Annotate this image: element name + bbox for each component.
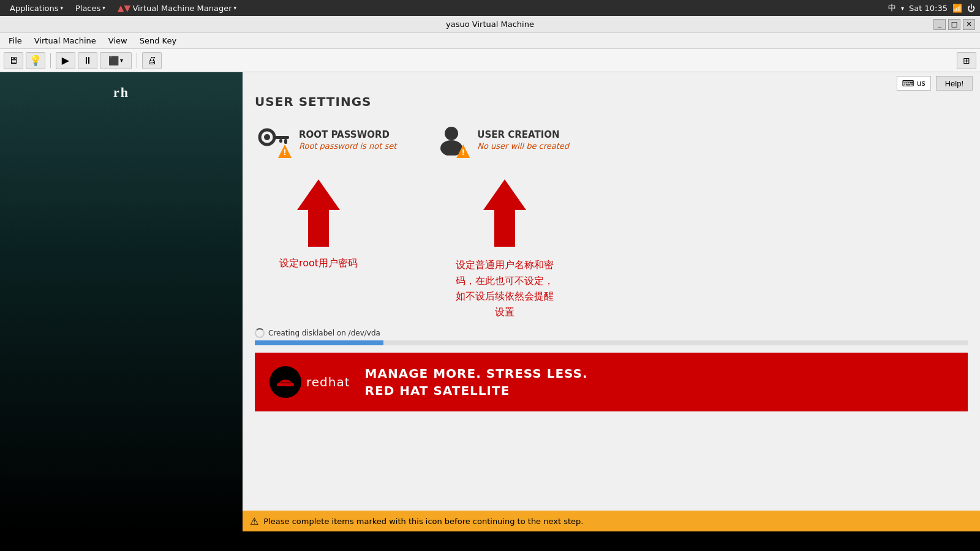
help-button[interactable]: Help! [936,76,973,91]
svg-rect-10 [277,383,294,386]
redhat-logo: redhat [270,366,350,398]
power-icon: ⏻ [967,4,975,13]
applications-menu[interactable]: Applications ▾ [5,2,68,14]
root-password-icon-container [255,121,292,158]
root-arrow [294,176,343,250]
progress-status: Creating disklabel on /dev/vda [255,328,968,338]
places-chevron: ▾ [102,5,105,11]
top-bar-left: Applications ▾ Places ▾ ▲▼ Virtual Machi… [5,2,241,14]
top-bar-right: 中 ▾ Sat 10:35 📶 ⏻ [888,2,975,13]
svg-rect-4 [279,139,282,143]
warning-icon: ⚠ [250,515,258,527]
redhat-hat-icon [273,370,298,394]
main-top-row: ⌨ us Help! [243,72,980,94]
vm-title-bar: yasuo Virtual Machine _ □ ✕ [0,16,980,33]
warning-bar: ⚠ Please complete items marked with this… [243,511,980,531]
progress-bar-fill [255,340,383,345]
vm-window: yasuo Virtual Machine _ □ ✕ File Virtual… [0,16,980,551]
svg-marker-8 [483,179,526,247]
progress-container: Creating disklabel on /dev/vda [255,326,968,348]
user-creation-icon-container [433,121,470,158]
root-password-title: ROOT PASSWORD [299,129,396,140]
lang-indicator: 中 [888,2,896,13]
reset-button[interactable]: ⬛ ▾ [100,52,132,69]
root-password-text: ROOT PASSWORD Root password is not set [299,129,396,151]
redhat-tagline-line1: MANAGE MORE. STRESS LESS. [365,365,588,382]
wifi-icon: 📶 [952,4,962,13]
pause-button[interactable]: ⏸ [78,52,97,69]
keyboard-lang-label: us [917,79,925,88]
monitor-button[interactable]: 🖥 [4,52,23,69]
close-button[interactable]: ✕ [963,19,975,30]
root-arrow-col: 设定root用户密码 [279,176,358,320]
chevron-lang: ▾ [901,5,904,12]
vm-toolbar: 🖥 💡 ▶ ⏸ ⬛ ▾ 🖨 ⊞ [0,49,980,72]
redhat-banner: redhat MANAGE MORE. STRESS LESS. RED HAT… [255,353,968,411]
root-password-subtitle: Root password is not set [299,141,396,151]
vm-content: rh ⌨ us Help! USER SETTINGS [0,72,980,531]
view-menu[interactable]: View [104,35,132,47]
root-arrow-label: 设定root用户密码 [279,257,358,270]
toolbar-separator-2 [137,53,137,68]
vm-main: ⌨ us Help! USER SETTINGS [243,72,980,531]
svg-point-1 [264,134,270,140]
reset-chevron: ▾ [120,57,123,64]
redhat-tagline: MANAGE MORE. STRESS LESS. RED HAT SATELL… [365,365,588,399]
main-scroll[interactable]: USER SETTINGS [243,94,980,511]
toolbar-separator-1 [50,53,51,68]
user-label-line2: 码，在此也可不设定， [456,275,554,287]
svg-rect-2 [273,136,289,139]
user-creation-subtitle: No user will be created [477,141,569,151]
warning-text: Please complete items marked with this i… [263,517,583,526]
keyboard-layout-selector[interactable]: ⌨ us [897,76,931,91]
vmm-chevron: ▾ [234,5,237,11]
fullscreen-button[interactable]: ⊞ [957,52,976,69]
file-menu[interactable]: File [4,35,27,47]
redhat-tagline-line2: RED HAT SATELLITE [365,382,588,399]
user-label-line1: 设定普通用户名称和密 [456,259,554,271]
user-creation-card[interactable]: USER CREATION No user will be created [433,121,569,158]
vm-title: yasuo Virtual Machine [446,20,534,29]
system-top-bar: Applications ▾ Places ▾ ▲▼ Virtual Machi… [0,0,980,16]
user-label-line3: 如不设后续依然会提醒 [456,290,554,302]
vm-window-controls: _ □ ✕ [933,19,975,30]
user-creation-text: USER CREATION No user will be created [477,129,569,151]
svg-marker-7 [297,179,340,247]
svg-point-5 [445,127,458,140]
user-label-line4: 设置 [495,306,514,318]
settings-cards: ROOT PASSWORD Root password is not set [255,121,968,158]
virtual-machine-menu[interactable]: Virtual Machine [29,35,101,47]
time-label: Sat 10:35 [909,4,948,13]
svg-rect-3 [284,139,287,144]
redhat-circle-logo [270,366,301,398]
restore-button[interactable]: □ [948,19,960,30]
vm-sidebar: rh [0,72,243,531]
minimize-button[interactable]: _ [933,19,946,30]
redhat-wordmark: redhat [306,375,350,389]
vmm-menu[interactable]: ▲▼ Virtual Machine Manager ▾ [113,2,241,14]
keyboard-icon: ⌨ [902,78,914,88]
user-creation-title: USER CREATION [477,129,569,140]
root-password-card[interactable]: ROOT PASSWORD Root password is not set [255,121,396,158]
progress-text: Creating disklabel on /dev/vda [268,329,380,337]
progress-bar-track [255,340,968,345]
vmm-label: Virtual Machine Manager [132,4,232,13]
screenshot-button[interactable]: 🖨 [142,52,162,69]
sidebar-logo: rh [113,84,129,100]
vmm-icon: ▲▼ [118,3,131,13]
reset-icon: ⬛ [108,56,119,66]
applications-chevron: ▾ [60,5,63,11]
places-menu[interactable]: Places ▾ [70,2,110,14]
toolbar-spacer: ⊞ [957,52,976,69]
user-arrow-label: 设定普通用户名称和密 码，在此也可不设定， 如不设后续依然会提醒 设置 [456,257,554,320]
details-button[interactable]: 💡 [26,52,45,69]
vm-menu-bar: File Virtual Machine View Send Key [0,33,980,49]
applications-label: Applications [10,4,58,13]
user-arrow-col: 设定普通用户名称和密 码，在此也可不设定， 如不设后续依然会提醒 设置 [456,176,554,320]
arrows-section: 设定root用户密码 设定普通用户名称和密 码，在此也可不设定， 如不设后续依然… [255,176,968,320]
play-button[interactable]: ▶ [56,52,75,69]
places-label: Places [75,4,100,13]
section-title: USER SETTINGS [255,94,968,109]
send-key-menu[interactable]: Send Key [135,35,181,47]
progress-spinner [255,328,265,338]
